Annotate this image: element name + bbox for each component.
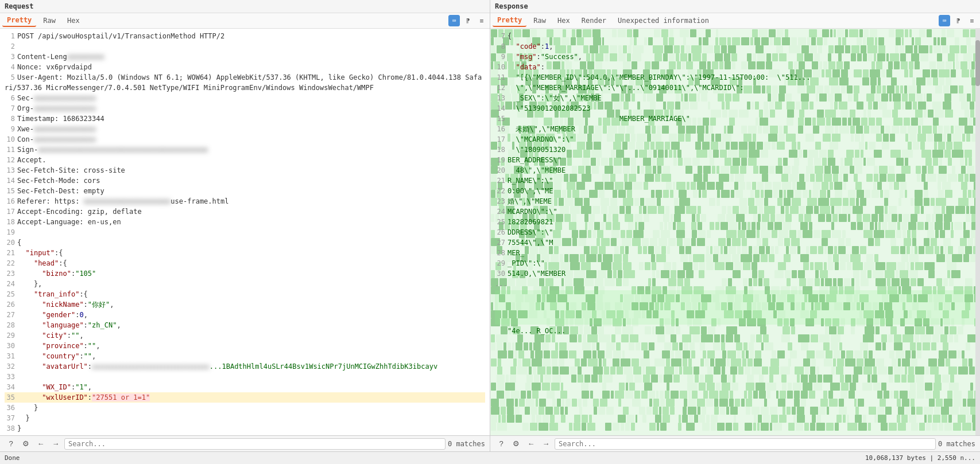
request-line-20: 20{ bbox=[5, 237, 485, 248]
request-line-15: 15Sec-Fetch-Dest: empty bbox=[5, 186, 485, 196]
request-line-16: 16Referer: https: xxxxxxxxxxxxxxxxxxxxxu… bbox=[5, 196, 485, 206]
request-line-10: 10Con-xxxxxxxxxxxxxxx bbox=[5, 134, 485, 145]
response-line-30: 30514.0,\"MEMBER bbox=[495, 268, 975, 279]
request-line-12: 12Accept. bbox=[5, 155, 485, 165]
status-text: Done bbox=[5, 454, 20, 462]
request-line-26: 26 "nickName":"你好", bbox=[5, 299, 485, 310]
response-help-btn[interactable]: ? bbox=[495, 438, 508, 450]
request-line-8: 8Timestamp: 1686323344 bbox=[5, 114, 485, 124]
status-bar: Done 10,068,137 bytes | 2,550 n... bbox=[0, 451, 980, 464]
response-line-26: 26DDRESS\":\" bbox=[495, 227, 975, 237]
response-search-input[interactable] bbox=[555, 438, 936, 450]
request-line-6: 6Sec-xxxxxxxxxxxxxxx bbox=[5, 93, 485, 103]
request-line-32: 32 "avatarUrl":xxxxxxxxxxxxxxxxxxxxxxxxx… bbox=[5, 361, 485, 372]
request-line-7: 7Org-xxxxxxxxxxxxxxx bbox=[5, 103, 485, 114]
response-line-8: 8 "code":1, bbox=[495, 41, 975, 52]
response-line-18: 18 \"1809051320 bbox=[495, 145, 975, 155]
response-settings-btn[interactable]: ⚙ bbox=[510, 438, 522, 450]
request-settings-btn[interactable]: ⚙ bbox=[20, 438, 32, 450]
request-line-13: 13Sec-Fetch-Site: cross-site bbox=[5, 165, 485, 176]
request-line-37: 37 } bbox=[5, 413, 485, 423]
request-line-1: 1POST /api/swouHosptail/v1/TransactionMe… bbox=[5, 31, 485, 41]
response-line-15: 15 MEMBER_MARRIAGE\" bbox=[495, 114, 975, 124]
response-bottom-bar: ? ⚙ ← → 0 matches bbox=[490, 435, 980, 451]
request-tab-bar: Pretty Raw Hex ⌨ ⁋ ≡ bbox=[0, 13, 490, 29]
request-line-35: 35 "wxlUserID":"27551 or 1=1" bbox=[5, 392, 485, 403]
response-line-20: 20 48\",\"MEMBE bbox=[495, 165, 975, 176]
request-line-24: 24 }, bbox=[5, 279, 485, 289]
response-line-17: 17 \"MCARDNO\":\" bbox=[495, 134, 975, 145]
request-line-36: 36 } bbox=[5, 403, 485, 413]
request-help-btn[interactable]: ? bbox=[5, 438, 17, 450]
request-line-33: 33 bbox=[5, 372, 485, 382]
request-line-11: 11Sign-xxxxxxxxxxxxxxxxxxxxxxxxxxxxxxxxx… bbox=[5, 145, 485, 155]
response-forward-btn[interactable]: → bbox=[540, 438, 552, 450]
response-format-icon[interactable]: ⁋ bbox=[952, 15, 964, 26]
response-line-11: 11 "[{\"MEMBER_ID\":504.0,\"MEMBER_BIRND… bbox=[495, 72, 975, 83]
request-line-29: 29 "city":"", bbox=[5, 330, 485, 341]
tab-response-unexpected[interactable]: Unexpected information bbox=[613, 15, 714, 26]
response-line-7: 7{ bbox=[495, 31, 975, 41]
request-format-icon[interactable]: ⁋ bbox=[462, 15, 474, 26]
request-bottom-bar: ? ⚙ ← → 0 matches bbox=[0, 435, 490, 451]
request-line-17: 17Accept-Encoding: gzip, deflate bbox=[5, 206, 485, 217]
tab-request-hex[interactable]: Hex bbox=[63, 15, 84, 26]
response-line-12: 12 \",\"MEMBER_MARRIAGE\":\"\"...\"09140… bbox=[495, 83, 975, 93]
response-last-line: "4e... R_OC... bbox=[495, 326, 975, 336]
response-line-24: 24MCARDNO\":\" bbox=[495, 206, 975, 217]
request-line-28: 28 "language":"zh_CN", bbox=[5, 320, 485, 330]
request-line-4: 4Nonce: vx6prvdaipd bbox=[5, 62, 485, 72]
request-line-9: 9Xwe-xxxxxxxxxxxxxxx bbox=[5, 124, 485, 134]
request-panel: Request Pretty Raw Hex ⌨ ⁋ ≡ 1POST /api/… bbox=[0, 0, 490, 451]
response-line-21: 21R_NAME\":\" bbox=[495, 176, 975, 186]
tab-response-render[interactable]: Render bbox=[577, 15, 611, 26]
response-line-23: 23婚\",\"MEME bbox=[495, 196, 975, 206]
request-content: 1POST /api/swouHosptail/v1/TransactionMe… bbox=[0, 29, 490, 435]
response-wrap-icon[interactable]: ⌨ bbox=[939, 15, 950, 26]
tab-response-pretty[interactable]: Pretty bbox=[493, 14, 526, 27]
request-back-btn[interactable]: ← bbox=[34, 438, 47, 450]
request-match-count: 0 matches bbox=[448, 440, 485, 448]
request-line-21: 21 "input":{ bbox=[5, 248, 485, 258]
request-line-27: 27 "gender":0, bbox=[5, 310, 485, 320]
response-match-count: 0 matches bbox=[938, 440, 975, 448]
scrollbar-thumb[interactable] bbox=[975, 40, 980, 86]
request-line-2: 2 bbox=[5, 41, 485, 52]
tab-response-hex[interactable]: Hex bbox=[553, 15, 575, 26]
request-line-38: 38} bbox=[5, 423, 485, 434]
response-line-10: 10 "data": bbox=[495, 62, 975, 72]
response-line-22: 220:00\",\"ME bbox=[495, 186, 975, 196]
response-line-29: 29_PID\":\" bbox=[495, 258, 975, 268]
request-line-30: 30 "province":"", bbox=[5, 341, 485, 351]
tab-request-raw[interactable]: Raw bbox=[38, 15, 60, 26]
request-line-19: 19 bbox=[5, 227, 485, 237]
response-panel: Response Pretty Raw Hex Render Unexpecte… bbox=[490, 0, 980, 451]
request-line-23: 23 "bizno":"105" bbox=[5, 268, 485, 279]
response-tab-bar: Pretty Raw Hex Render Unexpected informa… bbox=[490, 13, 980, 29]
response-line-28: 28MER_ bbox=[495, 248, 975, 258]
response-menu-icon[interactable]: ≡ bbox=[966, 15, 978, 26]
request-line-22: 22 "head":{ bbox=[5, 258, 485, 268]
response-scrollbar[interactable] bbox=[975, 29, 980, 435]
request-line-5: 5User-Agent: Mozilla/5.0 (Windows NT 6.1… bbox=[5, 72, 485, 93]
request-line-25: 25 "tran_info":{ bbox=[5, 289, 485, 299]
response-content: 7{ 8 "code":1, 9 "msg":"Success", 10 "da… bbox=[490, 29, 980, 435]
response-line-16: 16 未婚\",\"MEMBER bbox=[495, 124, 975, 134]
response-large-data-block bbox=[495, 290, 975, 325]
tab-response-raw[interactable]: Raw bbox=[529, 15, 551, 26]
tab-request-pretty[interactable]: Pretty bbox=[2, 14, 36, 27]
response-line-25: 2518282069821 bbox=[495, 217, 975, 227]
request-line-31: 31 "country":"", bbox=[5, 351, 485, 361]
request-line-3: 3Content-Lengxxxxxxxxx bbox=[5, 52, 485, 62]
request-line-18: 18Accept-Language: en-us,en bbox=[5, 217, 485, 227]
request-forward-btn[interactable]: → bbox=[49, 438, 62, 450]
response-line-19: 19BER_ADDRESS\" bbox=[495, 155, 975, 165]
response-line-9: 9 "msg":"Success", bbox=[495, 52, 975, 62]
request-menu-icon[interactable]: ≡ bbox=[476, 15, 487, 26]
request-search-input[interactable] bbox=[64, 438, 446, 450]
response-back-btn[interactable]: ← bbox=[525, 438, 537, 450]
response-line-31: ... bbox=[495, 279, 975, 289]
response-title: Response bbox=[490, 0, 980, 13]
file-info: 10,068,137 bytes | 2,550 n... bbox=[865, 454, 975, 462]
request-wrap-icon[interactable]: ⌨ bbox=[448, 15, 460, 26]
